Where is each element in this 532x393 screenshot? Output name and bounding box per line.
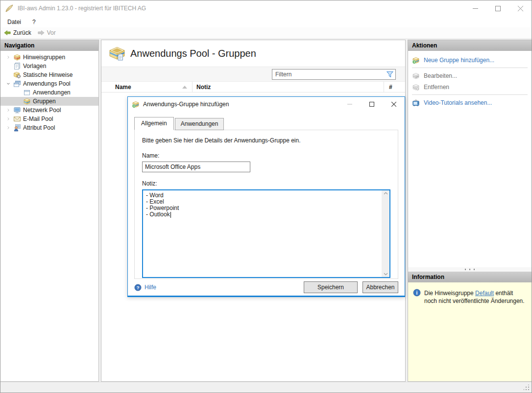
column-header-name[interactable]: Name [101, 82, 192, 92]
sidebar-item-label: E-Mail Pool [23, 116, 53, 122]
dialog-buttons: Speichern Abbrechen [304, 281, 398, 293]
sidebar-item-email-pool[interactable]: E-Mail Pool [0, 115, 98, 123]
save-button[interactable]: Speichern [304, 281, 358, 293]
menu-datei[interactable]: Datei [3, 19, 25, 25]
tab-panel-allgemein: Bitte geben Sie hier die Details der Anw… [134, 130, 398, 279]
actions-header: Aktionen [408, 40, 532, 51]
help-link[interactable]: Hilfe [134, 284, 156, 291]
chevron-down-icon[interactable] [4, 80, 12, 88]
groups-icon [23, 97, 31, 105]
chevron-right-icon[interactable] [4, 115, 12, 123]
back-arrow-icon [3, 29, 11, 36]
forward-arrow-icon [37, 29, 45, 36]
column-header-count[interactable]: # [384, 82, 405, 92]
attribute-pool-icon [13, 124, 21, 132]
sidebar-item-label: Hinweisgruppen [23, 54, 65, 61]
note-label: Notiz: [142, 180, 390, 187]
default-group-link[interactable]: Default [475, 290, 494, 297]
close-button[interactable] [509, 0, 532, 16]
separator [412, 68, 528, 68]
information-header: Information [408, 272, 532, 282]
sidebar-item-attribut-pool[interactable]: Attribut Pool [0, 123, 98, 132]
action-label: Entfernen [424, 84, 449, 91]
info-icon [413, 289, 421, 297]
add-group-icon [412, 56, 420, 64]
applications-icon [23, 89, 31, 96]
dialog-description: Bitte geben Sie hier die Details der Anw… [142, 137, 390, 144]
chevron-right-icon[interactable] [4, 106, 12, 114]
help-icon [134, 284, 142, 291]
panel-splitter[interactable] [408, 267, 532, 272]
filter-box [272, 69, 396, 80]
dialog-window-controls [339, 97, 405, 112]
toolbar: Zurück Vor [0, 27, 532, 39]
actions-panel: Aktionen Neue Gruppe hinzufügen... Bearb… [408, 40, 532, 382]
name-label: Name: [142, 152, 390, 159]
help-label: Hilfe [145, 284, 156, 291]
action-list: Neue Gruppe hinzufügen... Bearbeiten... … [408, 51, 532, 108]
sidebar-item-statische-hinweise[interactable]: Statische Hinweise [0, 70, 98, 79]
sidebar-item-vorlagen[interactable]: Vorlagen [0, 62, 98, 70]
sidebar-item-label: Anwendungen [33, 89, 71, 96]
chevron-right-icon[interactable] [4, 124, 12, 132]
dialog-minimize-button[interactable] [339, 97, 361, 112]
navigation-panel: Navigation Hinweisgruppen Vorlagen Stati… [0, 40, 99, 382]
window-controls [464, 0, 532, 16]
cancel-button[interactable]: Abbrechen [363, 281, 398, 293]
action-edit[interactable]: Bearbeiten... [412, 70, 532, 81]
tv-icon [412, 99, 420, 107]
information-text: Die Hinweisgruppe Default enthält noch n… [424, 289, 527, 381]
back-button[interactable]: Zurück [0, 27, 34, 38]
page-title: Anwendungs Pool - Gruppen [130, 48, 256, 59]
column-label: # [389, 84, 392, 91]
note-text[interactable]: - Word - Excel - Powerpoint - Outlook [143, 190, 382, 277]
sidebar-item-label: Attribut Pool [23, 124, 55, 131]
email-pool-icon [13, 115, 21, 123]
separator [412, 94, 528, 95]
dialog-maximize-button[interactable] [361, 97, 383, 112]
forward-button[interactable]: Vor [34, 27, 59, 38]
app-icon [5, 4, 14, 13]
sort-ascending-icon [182, 86, 187, 89]
filter-funnel-icon[interactable] [385, 69, 395, 79]
minimize-button[interactable] [464, 0, 486, 16]
menu-help[interactable]: ? [28, 19, 40, 25]
sidebar-item-anwendungs-pool[interactable]: Anwendungs Pool [0, 79, 98, 88]
tab-anwendungen[interactable]: Anwendungen [175, 118, 224, 130]
table-header: Name Notiz # [101, 82, 405, 92]
edit-group-icon [412, 72, 420, 80]
dialog-footer: Hilfe Speichern Abbrechen [128, 279, 405, 296]
column-header-notiz[interactable]: Notiz [192, 82, 384, 92]
application-pool-icon [13, 80, 21, 88]
sidebar-item-anwendungen[interactable]: Anwendungen [0, 88, 98, 97]
dialog-close-button[interactable] [383, 97, 405, 112]
action-new-group[interactable]: Neue Gruppe hinzufügen... [412, 54, 532, 66]
scrollbar[interactable] [382, 190, 389, 277]
sidebar-item-gruppen[interactable]: Gruppen [0, 97, 98, 106]
dialog-tabs: Allgemein Anwendungen [134, 116, 398, 130]
scroll-down-icon[interactable] [384, 273, 388, 276]
filter-input[interactable] [272, 71, 385, 78]
dialog-anwendungs-gruppe-hinzufuegen: Anwendungs-Gruppe hinzufügen Allgemein A… [127, 96, 405, 297]
remove-group-icon [412, 83, 420, 91]
action-video-tutorials[interactable]: Video-Tutorials ansehen... [412, 97, 532, 108]
app-window: IBI-aws Admin 1.23.0 - registriert für I… [0, 0, 532, 393]
expander-spacer [4, 71, 12, 79]
note-textarea[interactable]: - Word - Excel - Powerpoint - Outlook [142, 189, 390, 278]
status-bar [0, 382, 532, 393]
maximize-button[interactable] [486, 0, 509, 16]
title-bar: IBI-aws Admin 1.23.0 - registriert für I… [0, 0, 532, 16]
action-label: Video-Tutorials ansehen... [424, 99, 492, 106]
name-input[interactable] [142, 162, 250, 172]
window-title: IBI-aws Admin 1.23.0 - registriert für I… [18, 5, 146, 12]
splitter-dots-icon [464, 269, 475, 270]
sidebar-item-hinweisgruppen[interactable]: Hinweisgruppen [0, 53, 98, 62]
scroll-up-icon[interactable] [384, 192, 388, 195]
sidebar-item-netzwerk-pool[interactable]: Netzwerk Pool [0, 106, 98, 115]
resize-grip[interactable] [524, 385, 530, 391]
chevron-right-icon[interactable] [4, 53, 12, 61]
action-remove[interactable]: Entfernen [412, 81, 532, 92]
add-group-icon [132, 100, 140, 108]
navigation-header: Navigation [0, 40, 98, 51]
tab-allgemein[interactable]: Allgemein [134, 117, 174, 130]
